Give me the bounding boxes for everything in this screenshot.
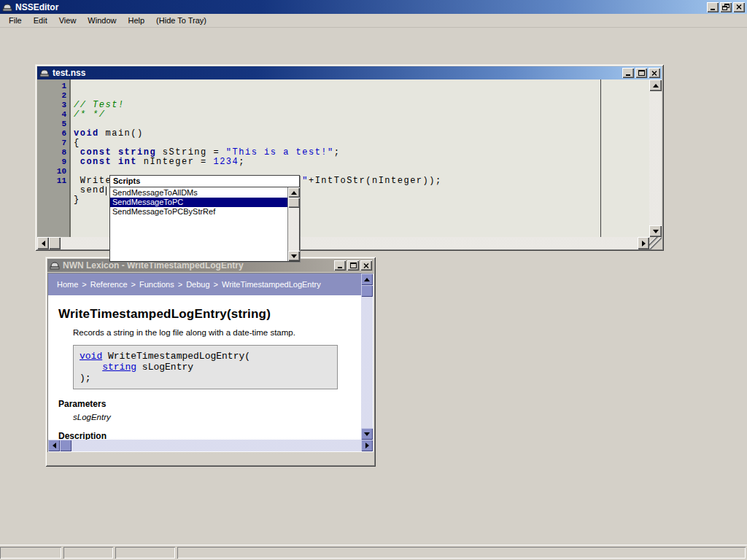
breadcrumb-separator: >: [78, 280, 90, 289]
scroll-left-button[interactable]: [48, 440, 60, 451]
scrollbar-track[interactable]: [361, 297, 373, 428]
scrollbar-track[interactable]: [71, 440, 361, 451]
desktop: { "app": { "title": "NSSEditor", "menu_i…: [0, 0, 747, 560]
code-segment: // Test!: [74, 100, 125, 110]
line-number: 1: [37, 82, 66, 91]
line-number: 11: [37, 176, 66, 186]
code-segment: ;: [334, 147, 341, 158]
autocomplete-popup: Scripts SendMessageToAllDMsSendMessageTo…: [109, 175, 300, 262]
menu-item-edit[interactable]: Edit: [28, 15, 53, 26]
popup-item[interactable]: SendMessageToAllDMs: [110, 188, 287, 198]
breadcrumb-link[interactable]: Home: [57, 280, 78, 289]
scroll-up-button[interactable]: [288, 187, 300, 198]
void-type-link[interactable]: void: [80, 351, 102, 362]
breadcrumb-link[interactable]: WriteTimestampedLogEntry: [222, 280, 321, 289]
line-number: 5: [37, 120, 66, 129]
code-segment: ;: [239, 157, 245, 167]
code-segment: }: [74, 195, 80, 205]
arrow-down-icon: [653, 230, 659, 233]
status-panel: [177, 547, 746, 559]
code-segment: const int: [80, 157, 137, 167]
scrollbar-thumb[interactable]: [49, 237, 61, 249]
scrollbar-track[interactable]: [288, 208, 299, 251]
line-number: 2: [37, 91, 66, 101]
app-title: NSSEditor: [15, 2, 705, 12]
breadcrumb-separator: >: [128, 280, 139, 289]
code-segment: [74, 157, 80, 167]
lexicon-vertical-scrollbar[interactable]: [361, 273, 373, 440]
app-close-button[interactable]: [733, 2, 745, 12]
scroll-down-button[interactable]: [649, 225, 662, 237]
lexicon-horizontal-scrollbar[interactable]: [48, 440, 373, 451]
resize-grip[interactable]: [649, 237, 662, 249]
right-margin-line: [600, 79, 601, 237]
signature-indent: [80, 362, 102, 373]
scroll-right-button[interactable]: [361, 440, 373, 451]
scroll-right-button[interactable]: [638, 237, 649, 249]
editor-maximize-button[interactable]: [635, 68, 647, 78]
editor-close-button[interactable]: [649, 68, 660, 78]
menu-item-file[interactable]: File: [3, 15, 28, 26]
breadcrumb-separator: >: [210, 280, 222, 289]
breadcrumb-link[interactable]: Debug: [186, 280, 209, 289]
signature-text: sLogEntry: [136, 362, 193, 373]
menu-item-window[interactable]: Window: [82, 15, 122, 26]
minimize-icon: [626, 74, 630, 76]
scroll-down-button[interactable]: [288, 251, 300, 261]
popup-item[interactable]: SendMessageToPCByStrRef: [110, 207, 287, 217]
scrollbar-thumb[interactable]: [288, 198, 300, 208]
scrollbar-thumb[interactable]: [60, 440, 71, 451]
app-restore-button[interactable]: [720, 2, 732, 12]
code-segment: +IntToStr(nInteger));: [309, 176, 442, 186]
lexicon-window-icon: [50, 261, 60, 270]
app-titlebar[interactable]: NSSEditor: [0, 0, 747, 14]
code-segment: void: [74, 128, 99, 139]
lexicon-client-area: Home>Reference>Functions>Debug>WriteTime…: [47, 273, 374, 452]
section-heading: Description: [58, 431, 361, 440]
status-panel: [115, 547, 175, 559]
arrow-down-icon: [291, 254, 297, 258]
lexicon-minimize-button[interactable]: [334, 260, 346, 271]
scrollbar-track[interactable]: [649, 91, 662, 225]
close-icon: [363, 263, 369, 268]
lexicon-sections: ParameterssLogEntryDescriptionWrite sLog…: [48, 399, 361, 440]
line-number-gutter: 1234567891011: [37, 79, 71, 237]
line-number: 3: [37, 101, 66, 110]
scroll-left-button[interactable]: [37, 237, 49, 249]
code-segment: {: [74, 138, 80, 148]
menu-item-view[interactable]: View: [53, 15, 82, 26]
breadcrumb-link[interactable]: Functions: [139, 280, 174, 289]
lexicon-close-button[interactable]: [360, 260, 372, 271]
line-number: 8: [37, 148, 66, 158]
app-minimize-button[interactable]: [707, 2, 719, 12]
lexicon-maximize-button[interactable]: [347, 260, 359, 271]
menu-item-help[interactable]: Help: [122, 15, 150, 26]
restore-icon: [722, 4, 729, 10]
minimize-icon: [711, 9, 715, 10]
lexicon-main: Home>Reference>Functions>Debug>WriteTime…: [48, 273, 373, 440]
code-line: void main(): [74, 129, 649, 139]
editor-titlebar[interactable]: test.nss: [37, 66, 662, 79]
code-segment: nInteger =: [137, 157, 213, 167]
scroll-up-button[interactable]: [361, 273, 373, 285]
scroll-up-button[interactable]: [649, 79, 662, 91]
editor-minimize-button[interactable]: [622, 68, 634, 78]
editor-window-icon: [39, 69, 50, 77]
lexicon-window-title: NWN Lexicon - WriteTimestampedLogEntry: [63, 260, 333, 271]
popup-scrollbar[interactable]: [287, 187, 299, 261]
code-line: /* */: [74, 110, 649, 120]
menu-item-hidetotray[interactable]: (Hide To Tray): [150, 15, 212, 26]
popup-item[interactable]: SendMessageToPC: [110, 198, 287, 207]
code-segment: sString =: [156, 147, 226, 158]
function-summary: Records a string in the log file along w…: [73, 328, 361, 337]
scrollbar-thumb[interactable]: [361, 285, 373, 297]
function-heading: WriteTimestampedLogEntry(string): [58, 307, 361, 322]
scroll-down-button[interactable]: [361, 428, 373, 440]
code-line: // Test!: [74, 101, 649, 110]
breadcrumb-link[interactable]: Reference: [90, 280, 128, 289]
editor-vertical-scrollbar[interactable]: [649, 79, 662, 237]
popup-list: SendMessageToAllDMsSendMessageToPCSendMe…: [110, 187, 287, 261]
app-icon: [2, 3, 12, 12]
string-type-link[interactable]: string: [102, 362, 136, 373]
status-panel: [63, 547, 113, 559]
